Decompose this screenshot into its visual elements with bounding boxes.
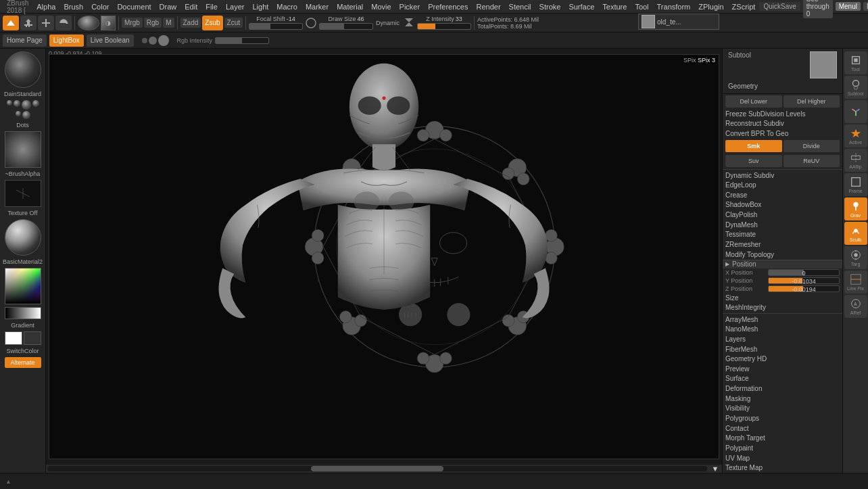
scroll-thumb[interactable] xyxy=(311,466,443,471)
zadd-label[interactable]: Zadd xyxy=(180,18,201,28)
menu-stroke[interactable]: Stroke xyxy=(535,0,565,13)
draw-size-control[interactable]: Draw Size 46 xyxy=(319,16,373,30)
y-position-row[interactable]: Y Position -0.01034 xyxy=(723,277,842,285)
freeze-subdiv-item[interactable]: Freeze SubDivision Levels xyxy=(723,109,842,119)
menu-btn[interactable]: Menul xyxy=(836,2,861,11)
smk-btn[interactable]: Smk xyxy=(725,140,782,152)
live-boolean-btn[interactable]: Live Boolean xyxy=(87,34,134,47)
z-pos-slider[interactable]: -0.00194 xyxy=(768,285,840,292)
contact-item[interactable]: Contact xyxy=(723,423,842,434)
zremesher-item[interactable]: ZRemesher xyxy=(723,239,842,250)
alpha-preview[interactable] xyxy=(5,131,41,168)
reconstruct-subdiv-item[interactable]: Reconstruct Subdiv xyxy=(723,119,842,129)
masking-item[interactable]: Masking xyxy=(723,394,842,404)
menu-alpha[interactable]: Alpha xyxy=(32,0,59,13)
color-swatch[interactable] xyxy=(5,268,41,304)
clay-polish-item[interactable]: ClayPolish xyxy=(723,210,842,220)
material-half-sphere[interactable]: ◑ xyxy=(101,16,116,30)
focal-shift-slider[interactable] xyxy=(249,23,303,30)
polypaint-item[interactable]: Polypaint xyxy=(723,443,842,453)
targ-icon-btn[interactable]: Targ xyxy=(844,246,867,269)
lightbox-btn[interactable]: LightBox xyxy=(49,34,84,47)
visibility-item[interactable]: Visibility xyxy=(723,404,842,414)
crease-item[interactable]: Crease xyxy=(723,190,842,200)
rgb-intensity-slider[interactable] xyxy=(215,37,269,44)
brush-preview[interactable] xyxy=(5,51,41,88)
layers-item[interactable]: Layers xyxy=(723,334,842,344)
uv-map-item[interactable]: UV Map xyxy=(723,453,842,463)
z-intensity-slider[interactable] xyxy=(417,23,471,30)
m-label[interactable]: M xyxy=(163,18,174,28)
rgb-label[interactable]: Rgb xyxy=(144,18,162,28)
tessimate-item[interactable]: Tessimate xyxy=(723,230,842,240)
menu-file[interactable]: File xyxy=(201,0,222,13)
linepix-icon-btn[interactable]: Line Pix xyxy=(844,271,867,294)
draw-size-slider[interactable] xyxy=(319,23,373,30)
divide-btn[interactable]: Divide xyxy=(783,140,840,152)
surface-item[interactable]: Surface xyxy=(723,374,842,384)
foreground-color-swatch[interactable] xyxy=(5,331,22,345)
menu-color[interactable]: Color xyxy=(87,0,113,13)
dot-2[interactable] xyxy=(14,100,20,107)
menu-draw[interactable]: Draw xyxy=(155,0,181,13)
y-pos-slider[interactable]: -0.01034 xyxy=(768,277,840,284)
geometry-hd-item[interactable]: Geometry HD xyxy=(723,354,842,364)
nano-mesh-item[interactable]: NanoMesh xyxy=(723,324,842,334)
canvas-area[interactable]: 0.009,-0.934,-0.109 xyxy=(46,49,722,473)
aaflip-icon-btn[interactable]: AAflip xyxy=(844,149,867,172)
menu-transform[interactable]: Transform xyxy=(653,0,695,13)
alternate-btn[interactable]: Alternate xyxy=(5,357,41,368)
menu-macro[interactable]: Macro xyxy=(272,0,302,13)
menu-surface[interactable]: Surface xyxy=(564,0,598,13)
menu-movie[interactable]: Movie xyxy=(367,0,395,13)
menu-stencil[interactable]: Stencil xyxy=(505,0,535,13)
frame-icon-btn[interactable]: Frame xyxy=(844,173,867,196)
dot-3[interactable] xyxy=(22,100,31,110)
size-item[interactable]: Size xyxy=(723,293,842,303)
morph-target-item[interactable]: Morph Target xyxy=(723,433,842,443)
active-icon-btn[interactable]: Active xyxy=(844,124,867,147)
zsub-btn[interactable]: Zsub xyxy=(202,16,222,30)
rotate-mode-btn[interactable] xyxy=(55,16,72,30)
z-position-row[interactable]: Z Position -0.00194 xyxy=(723,285,842,293)
focal-shift-control[interactable]: Focal Shift -14 xyxy=(249,16,303,30)
shadow-box-item[interactable]: ShadowBox xyxy=(723,200,842,210)
scale-mode-btn[interactable] xyxy=(38,16,54,30)
draw-size-icon[interactable] xyxy=(304,16,318,30)
menu-tool[interactable]: Tool xyxy=(631,0,652,13)
mrgb-label[interactable]: Mrgb xyxy=(122,18,143,28)
subtool-swatch[interactable] xyxy=(810,51,837,78)
texture-preview[interactable] xyxy=(5,180,41,207)
position-header[interactable]: ▶ Position xyxy=(723,260,842,269)
x-pos-slider[interactable]: 0 xyxy=(768,269,840,276)
size-small-btn[interactable] xyxy=(142,38,147,43)
size-medium-btn[interactable] xyxy=(149,37,157,45)
gizmo-icon-btn[interactable] xyxy=(844,100,867,123)
horizontal-scrollbar[interactable] xyxy=(47,466,707,471)
dot-1[interactable] xyxy=(7,100,12,106)
z-intensity-control[interactable]: Z Intensity 33 xyxy=(417,16,471,30)
x-position-row[interactable]: X Position 0 xyxy=(723,269,842,277)
tooltip-swatch[interactable] xyxy=(642,15,655,28)
menu-render[interactable]: Render xyxy=(472,0,504,13)
texture-map-item[interactable]: Texture Map xyxy=(723,463,842,473)
default-zscript-btn[interactable]: DefaultZScript xyxy=(863,2,868,11)
dot-4[interactable] xyxy=(32,100,39,107)
preview-item[interactable]: Preview xyxy=(723,364,842,374)
menu-texture[interactable]: Texture xyxy=(598,0,631,13)
size-large-btn[interactable] xyxy=(158,35,169,46)
dyna-mesh-item[interactable]: DynaMesh xyxy=(723,220,842,230)
reuv-btn[interactable]: ReUV xyxy=(783,155,840,167)
menu-edit[interactable]: Edit xyxy=(180,0,201,13)
del-higher-btn[interactable]: Del Higher xyxy=(783,95,840,108)
menu-picker[interactable]: Picker xyxy=(395,0,425,13)
grav-icon-btn[interactable]: Grav xyxy=(844,197,867,220)
array-mesh-item[interactable]: ArrayMesh xyxy=(723,315,842,325)
menu-brush[interactable]: Brush xyxy=(59,0,87,13)
quicksave-btn[interactable]: QuickSave xyxy=(759,2,800,11)
menu-marker[interactable]: Marker xyxy=(302,0,333,13)
deformation-item[interactable]: Deformation xyxy=(723,383,842,394)
see-through-btn[interactable]: See-through 0 xyxy=(803,0,833,18)
subtool-icon-btn[interactable]: Subtool xyxy=(844,76,867,99)
move-mode-btn[interactable] xyxy=(20,16,37,30)
